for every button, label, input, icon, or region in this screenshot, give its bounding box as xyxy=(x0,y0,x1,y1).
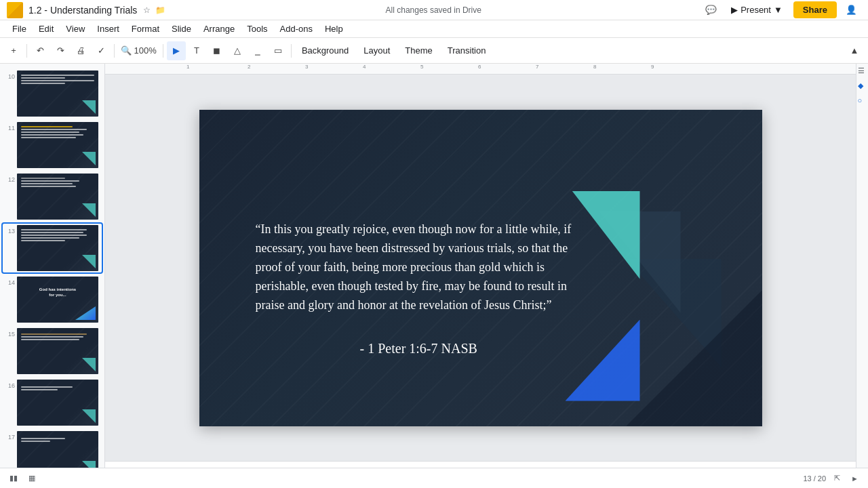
transition-button[interactable]: Transition xyxy=(441,43,493,58)
menu-arrange[interactable]: Arrange xyxy=(198,22,240,36)
ruler-mark-3: 3 xyxy=(305,64,308,70)
slide-thumb-10 xyxy=(17,70,98,117)
slide-number-11: 11 xyxy=(4,125,15,131)
right-panel-icon-1[interactable]: ☰ xyxy=(858,66,867,76)
slide-item-13[interactable]: 13 xyxy=(3,224,102,272)
title-icon-group: ☆ 📁 xyxy=(141,5,165,16)
slide-quote-text: “In this you greatly rejoice, even thoug… xyxy=(256,220,582,314)
divider-2 xyxy=(114,44,115,58)
menu-tools[interactable]: Tools xyxy=(241,22,273,36)
slide-canvas-wrapper: “In this you greatly rejoice, even thoug… xyxy=(105,75,856,461)
redo-button[interactable]: ↷ xyxy=(51,41,70,60)
quote-content: “In this you greatly rejoice, even thoug… xyxy=(256,222,572,312)
slide-thumb-13 xyxy=(17,225,98,271)
main-area: 10 11 xyxy=(0,64,868,488)
star-icon[interactable]: ☆ xyxy=(141,5,152,16)
menu-bar: File Edit View Insert Format Slide Arran… xyxy=(0,20,868,38)
slide-number-10: 10 xyxy=(4,73,15,80)
menu-file[interactable]: File xyxy=(7,22,32,36)
save-status: All changes saved in Drive xyxy=(386,5,481,15)
slide-item-11[interactable]: 11 xyxy=(3,121,102,169)
canvas-area: 1 2 3 4 5 6 7 8 9 “In this you gre xyxy=(105,64,856,488)
ruler-mark-9: 9 xyxy=(651,64,654,70)
slide-number-17: 17 xyxy=(4,434,15,441)
menu-addons[interactable]: Add-ons xyxy=(275,22,318,36)
right-panel: ☰ ◆ ○ xyxy=(856,64,868,488)
menu-help[interactable]: Help xyxy=(319,22,349,36)
divider-3 xyxy=(163,44,163,58)
zoom-button[interactable]: 🔍 100% xyxy=(118,41,159,60)
ruler-mark-4: 4 xyxy=(363,64,366,70)
ruler-mark-8: 8 xyxy=(593,64,596,70)
text-button[interactable]: T xyxy=(187,41,206,60)
ruler-mark-5: 5 xyxy=(420,64,423,70)
ruler-mark-6: 6 xyxy=(478,64,481,70)
textbox-button[interactable]: ▭ xyxy=(269,41,288,60)
horizontal-ruler: 1 2 3 4 5 6 7 8 9 xyxy=(105,64,856,75)
spell-check-button[interactable]: ✓ xyxy=(92,41,111,60)
slide-number-14: 14 xyxy=(4,279,15,286)
slide-thumb-14: God has intentionsfor you... xyxy=(17,277,98,323)
ruler-mark-2: 2 xyxy=(248,64,250,70)
menu-format[interactable]: Format xyxy=(126,22,165,36)
slide-thumb-15 xyxy=(17,328,98,374)
select-button[interactable]: ▶ xyxy=(167,41,186,60)
divider-1 xyxy=(26,44,27,58)
present-icon: ▶ xyxy=(731,5,738,15)
image-button[interactable]: ◼ xyxy=(208,41,226,60)
slide-panel: 10 11 xyxy=(0,64,105,488)
slide-counter: 13 / 20 xyxy=(803,474,826,483)
present-dropdown-icon: ▼ xyxy=(774,5,783,15)
grid-view-button[interactable]: ▦ xyxy=(26,472,38,484)
menu-insert[interactable]: Insert xyxy=(92,22,125,36)
slide-number-12: 12 xyxy=(4,176,15,183)
account-icon[interactable]: 👤 xyxy=(842,1,861,20)
bottom-bar: ▮▮ ▦ 13 / 20 ⇱ ► xyxy=(0,468,868,488)
slide-view-button[interactable]: ▮▮ xyxy=(7,472,20,484)
shapes-button[interactable]: △ xyxy=(228,41,247,60)
present-label: Present xyxy=(741,5,771,15)
title-bar: 1.2 - Understanding Trials ☆ 📁 All chang… xyxy=(0,0,868,20)
line-button[interactable]: ⎯ xyxy=(248,41,267,60)
background-button[interactable]: Background xyxy=(295,43,355,58)
share-button[interactable]: Share xyxy=(793,1,837,18)
fullscreen-button[interactable]: ⇱ xyxy=(831,472,843,484)
slide-item-12[interactable]: 12 xyxy=(3,172,102,221)
slide-item-14[interactable]: 14 God has intentionsfor you... xyxy=(3,275,102,324)
next-slide-button[interactable]: ► xyxy=(848,473,861,484)
slide-thumb-11 xyxy=(17,122,98,168)
slide-item-15[interactable]: 15 xyxy=(3,327,102,375)
menu-view[interactable]: View xyxy=(60,22,90,36)
collapse-toolbar-button[interactable]: ▲ xyxy=(845,41,864,60)
ruler-mark-1: 1 xyxy=(186,64,189,70)
theme-button[interactable]: Theme xyxy=(398,43,439,58)
slide-number-13: 13 xyxy=(4,228,15,235)
slide-reference-text: - 1 Peter 1:6-7 NASB xyxy=(256,341,582,357)
present-button[interactable]: ▶ Present ▼ xyxy=(726,2,788,18)
add-button[interactable]: + xyxy=(4,41,23,60)
slide-toolbar-buttons: Background Layout Theme Transition xyxy=(295,43,493,58)
toolbar: + ↶ ↷ 🖨 ✓ 🔍 100% ▶ T ◼ △ ⎯ ▭ Background … xyxy=(0,38,868,64)
document-title: 1.2 - Understanding Trials xyxy=(28,5,137,16)
slide-number-16: 16 xyxy=(4,382,15,389)
print-button[interactable]: 🖨 xyxy=(71,41,90,60)
slide-canvas[interactable]: “In this you greatly rejoice, even thoug… xyxy=(199,110,762,426)
slide-item-16[interactable]: 16 xyxy=(3,378,102,427)
undo-button[interactable]: ↶ xyxy=(31,41,50,60)
comments-icon[interactable]: 💬 xyxy=(701,1,720,20)
slide-item-10[interactable]: 10 xyxy=(3,69,102,118)
slide-number-15: 15 xyxy=(4,331,15,338)
divider-4 xyxy=(291,44,292,58)
app-logo xyxy=(7,2,23,18)
folder-icon[interactable]: 📁 xyxy=(155,5,165,16)
right-panel-icon-3[interactable]: ○ xyxy=(858,96,867,106)
right-panel-icon-2[interactable]: ◆ xyxy=(858,81,867,91)
ruler-mark-7: 7 xyxy=(536,64,538,70)
slide-thumb-16 xyxy=(17,380,98,426)
menu-edit[interactable]: Edit xyxy=(33,22,59,36)
reference-content: - 1 Peter 1:6-7 NASB xyxy=(360,341,477,356)
slide-thumb-12 xyxy=(17,174,98,220)
layout-button[interactable]: Layout xyxy=(357,43,397,58)
menu-slide[interactable]: Slide xyxy=(166,22,197,36)
top-right-buttons: 💬 ▶ Present ▼ Share 👤 xyxy=(701,1,861,20)
